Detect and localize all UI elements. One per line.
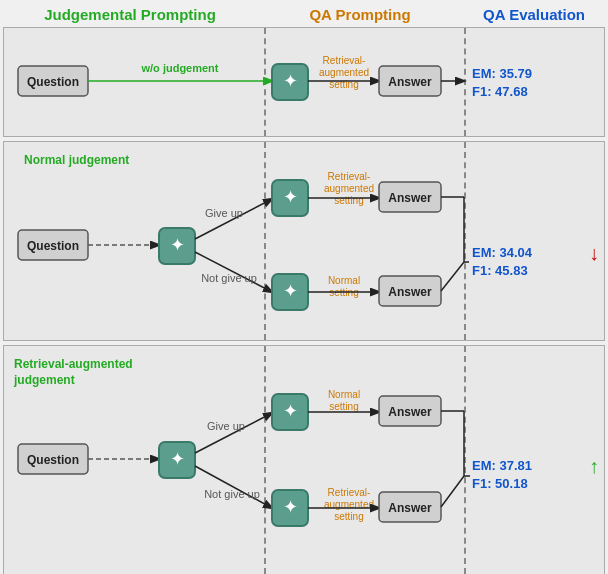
svg-text:setting: setting [329, 401, 358, 412]
svg-text:✦: ✦ [283, 187, 298, 207]
svg-text:✦: ✦ [283, 401, 298, 421]
svg-text:setting: setting [334, 511, 363, 522]
svg-line-41 [441, 262, 464, 291]
svg-text:Normal: Normal [328, 389, 360, 400]
row-panel-1: Question w/o judgement ✦ Retrieval- augm… [3, 27, 605, 137]
header-col-judgemental: Judgemental Prompting [0, 6, 260, 23]
svg-text:Not give up: Not give up [204, 488, 260, 500]
diagram-row2: Normal judgement Question ✦ Give up Not … [4, 142, 604, 340]
svg-text:Answer: Answer [388, 285, 432, 299]
main-container: Judgemental Prompting QA Prompting QA Ev… [0, 0, 608, 574]
svg-text:Retrieval-: Retrieval- [323, 55, 366, 66]
svg-text:Question: Question [27, 239, 79, 253]
svg-text:EM: 35.79: EM: 35.79 [472, 66, 532, 81]
svg-text:↑: ↑ [589, 455, 599, 477]
svg-text:F1: 47.68: F1: 47.68 [472, 84, 528, 99]
svg-text:F1: 45.83: F1: 45.83 [472, 263, 528, 278]
svg-text:✦: ✦ [170, 235, 185, 255]
svg-text:✦: ✦ [283, 71, 298, 91]
row-panel-3: Retrieval-augmented judgement Question ✦… [3, 345, 605, 574]
svg-text:✦: ✦ [283, 281, 298, 301]
svg-text:Retrieval-augmented: Retrieval-augmented [14, 357, 133, 371]
svg-text:Answer: Answer [388, 191, 432, 205]
row-panel-2: Normal judgement Question ✦ Give up Not … [3, 141, 605, 341]
svg-text:Question: Question [27, 453, 79, 467]
svg-text:Answer: Answer [388, 501, 432, 515]
header-qa-prompting-label: QA Prompting [309, 6, 410, 23]
header-judgemental-label: Judgemental Prompting [44, 6, 216, 23]
svg-text:w/o judgement: w/o judgement [141, 62, 219, 74]
header: Judgemental Prompting QA Prompting QA Ev… [0, 0, 608, 25]
svg-text:EM: 34.04: EM: 34.04 [472, 245, 533, 260]
svg-text:Give up: Give up [205, 207, 243, 219]
svg-text:Normal: Normal [328, 275, 360, 286]
svg-text:Retrieval-: Retrieval- [328, 487, 371, 498]
svg-text:Give up: Give up [207, 420, 245, 432]
svg-text:Retrieval-: Retrieval- [328, 171, 371, 182]
svg-text:Answer: Answer [388, 405, 432, 419]
svg-text:Not give up: Not give up [201, 272, 257, 284]
svg-line-56 [195, 466, 272, 508]
svg-text:Normal judgement: Normal judgement [24, 153, 129, 167]
svg-text:EM: 37.81: EM: 37.81 [472, 458, 532, 473]
svg-text:setting: setting [334, 195, 363, 206]
svg-text:judgement: judgement [13, 373, 75, 387]
svg-text:augmented: augmented [319, 67, 369, 78]
svg-text:↓: ↓ [589, 242, 599, 264]
svg-text:✦: ✦ [283, 497, 298, 517]
svg-text:Answer: Answer [388, 75, 432, 89]
diagram-row1: Question w/o judgement ✦ Retrieval- augm… [4, 28, 604, 136]
svg-line-54 [195, 413, 272, 453]
svg-text:F1: 50.18: F1: 50.18 [472, 476, 528, 491]
header-qa-eval-label: QA Evaluation [483, 6, 585, 23]
header-col-qa-eval: QA Evaluation [460, 6, 608, 23]
header-col-qa-prompting: QA Prompting [260, 6, 460, 23]
svg-text:augmented: augmented [324, 183, 374, 194]
diagram-row3: Retrieval-augmented judgement Question ✦… [4, 346, 604, 574]
svg-text:Question: Question [27, 75, 79, 89]
svg-line-21 [195, 199, 272, 239]
svg-text:✦: ✦ [170, 449, 185, 469]
svg-line-74 [441, 476, 464, 507]
